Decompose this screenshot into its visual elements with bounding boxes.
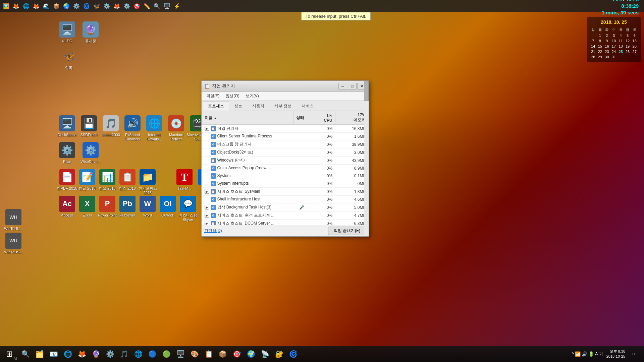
menu-view[interactable]: 보기(V) [243,93,262,100]
top-icon-9[interactable]: 🦋 [92,1,101,11]
tab-services[interactable]: 서비스 [297,101,319,111]
expand-icon[interactable]: ▶ [205,126,209,131]
taskbar-icon-14[interactable]: 📦 [216,347,229,361]
top-icon-8[interactable]: 🌀 [82,1,91,11]
end-task-button[interactable]: 작업 끝내기(E) [328,227,366,235]
taskbar-icon-0[interactable]: 🔍 [19,347,32,361]
taskbar-icon-15[interactable]: 🎯 [230,347,244,361]
calendar-day[interactable]: 21 [590,49,597,54]
top-icon-15[interactable]: 🔍 [152,1,162,11]
tray-icon-input-korean[interactable]: 가 [599,351,603,357]
calendar-day[interactable]: 19 [624,44,631,49]
top-icon-16[interactable]: 🖥️ [162,1,172,11]
tab-performance[interactable]: 성능 [229,101,247,111]
top-icon-6[interactable]: 🌏 [62,1,71,11]
top-icon-5[interactable]: 📦 [52,1,61,11]
calendar-day[interactable]: 25 [617,49,624,54]
taskbar-icon-8[interactable]: 🌐 [131,347,145,361]
calendar-day[interactable]: 1 [597,33,604,38]
taskbar-icon-9[interactable]: 🔵 [146,347,159,361]
calendar-day[interactable]: 13 [631,38,638,44]
taskbar-icon-13[interactable]: 📋 [202,347,215,361]
table-row[interactable]: ⚙데스크톱 창 관리자0%38.9MB [202,140,369,148]
calendar-day[interactable]: 16 [603,44,610,49]
taskbar-icon-18[interactable]: 🔐 [272,347,286,361]
top-icon-14[interactable]: ✏️ [142,1,152,11]
calendar-day[interactable]: 6 [631,33,638,38]
expand-icon[interactable]: ▶ [205,205,209,209]
desktop-icon-hanoffice[interactable]: 📁 한컴오피스 2018 [134,168,161,196]
tray-icon-battery[interactable]: 🔋 [588,351,594,357]
desktop-icon-skype-business[interactable]: 💬 비즈니스용 Skype [174,194,201,223]
calendar-day[interactable]: 28 [590,54,597,60]
calendar-day[interactable]: 24 [610,49,618,54]
calendar-day[interactable]: 10 [610,38,618,44]
table-row[interactable]: ▶📋서비스 호스트: DCOM Server ...0%6.3MB [202,220,369,225]
calendar-day[interactable]: 31 [610,54,618,60]
taskbar-icon-6[interactable]: ⚙️ [103,347,117,361]
desktop-icon-wisedrive[interactable]: ⚙️ WiseDrive... [77,141,104,165]
desktop-icon-my-pc[interactable]: 🖥️ 내 PC [54,20,80,45]
calendar-day[interactable]: 17 [610,44,618,49]
calendar-day[interactable]: 11 [617,38,624,44]
table-row[interactable]: ▶📋서비스 호스트: SysMain0%1.8MB [202,188,369,196]
col-name[interactable]: 이름 ▲ [202,111,293,125]
taskbar-icon-4[interactable]: 🦊 [75,347,89,361]
calendar-day[interactable]: 8 [597,38,604,44]
taskbar-icon-7[interactable]: 🎵 [117,347,131,361]
desktop-icon-wintous[interactable]: WU WinToUS... [0,231,27,256]
taskbar-icon-16[interactable]: 🌍 [244,347,258,361]
desktop-icon-rapr[interactable]: ⚙️ Rapr [54,141,80,165]
notification-button[interactable]: □ [627,347,640,361]
top-icon-2[interactable]: 🌐 [21,1,31,11]
calendar-day[interactable]: 22 [597,49,604,54]
taskbar-icon-19[interactable]: 🌀 [286,347,300,361]
calendar-day[interactable]: 30 [603,54,610,60]
table-row[interactable]: ▶📋작업 관리자0%16.8MB [202,125,369,133]
taskbar-icon-11[interactable]: 🖥️ [174,347,187,361]
expand-icon[interactable]: ▶ [205,221,209,225]
calendar-day[interactable]: 20 [631,44,638,49]
calendar-day[interactable]: 7 [590,38,597,44]
expand-icon[interactable]: ▶ [205,213,209,218]
tray-icon-volume[interactable]: 🔊 [582,351,587,357]
calendar-day[interactable]: 9 [603,38,610,44]
tab-details[interactable]: 세부 정보 [269,101,297,111]
tray-icon-input-a[interactable]: A [595,352,598,356]
table-row[interactable]: ▶⚙서비스 호스트: 원격 프로시져 ...0%4.7MB [202,212,369,220]
top-icon-1[interactable]: 🦊 [11,1,21,11]
top-icon-4[interactable]: 🌊 [42,1,51,11]
tray-icon-up-arrow[interactable]: ^ [572,351,574,357]
taskbar-icon-10[interactable]: 🟢 [160,347,173,361]
process-table-container[interactable]: 이름 ▲ 상태 1% CPU 17% 메모리 ▶📋작업 관리자0%16.8MB⚙… [202,111,369,225]
top-icon-0[interactable]: 🖼️ [1,1,11,11]
calendar-day[interactable]: 15 [597,44,604,49]
tab-users[interactable]: 사용자 [247,101,269,111]
top-icon-12[interactable]: ⚙️ [122,1,131,11]
calendar-day[interactable]: 12 [624,38,631,44]
desktop-icon-ilsok[interactable]: 🦋 일독 [55,47,82,71]
top-icon-3[interactable]: 🦊 [32,1,41,11]
expand-icon[interactable]: ▶ [205,189,209,194]
col-cpu[interactable]: 1% CPU [310,111,335,125]
desktop-icon-wintohdu[interactable]: WH WinToHU... [0,208,27,232]
maximize-button[interactable]: □ [348,83,357,89]
calendar-day[interactable]: 23 [603,49,610,54]
minimize-button[interactable]: ─ [338,83,347,89]
calendar-day[interactable]: 26 [624,49,631,54]
top-icon-10[interactable]: ⚙️ [102,1,111,11]
table-row[interactable]: ⚙Quick Access Popup (freewa...0%8.9MB [202,165,369,172]
tray-icon-network[interactable]: 📶 [575,351,581,357]
calendar-day[interactable]: 14 [590,44,597,49]
table-row[interactable]: ⚙ObjectDock(32비트)0%3.0MB [202,148,369,157]
taskbar-icon-5[interactable]: 🔮 [89,347,103,361]
scrollbar[interactable] [364,111,369,225]
simple-view-link[interactable]: 간단히(D) [204,228,222,234]
top-icon-7[interactable]: ⚙️ [72,1,81,11]
col-memory[interactable]: 17% 메모리 [335,111,368,125]
table-row[interactable]: ⚙System Interrupts0%0MB [202,180,369,188]
taskbar-icon-17[interactable]: 📡 [258,347,272,361]
calendar-day[interactable]: 4 [617,33,624,38]
taskbar-icon-3[interactable]: 🌐 [61,347,74,361]
desktop-icon-hologram[interactable]: 🔮 홀자물 [77,20,104,45]
